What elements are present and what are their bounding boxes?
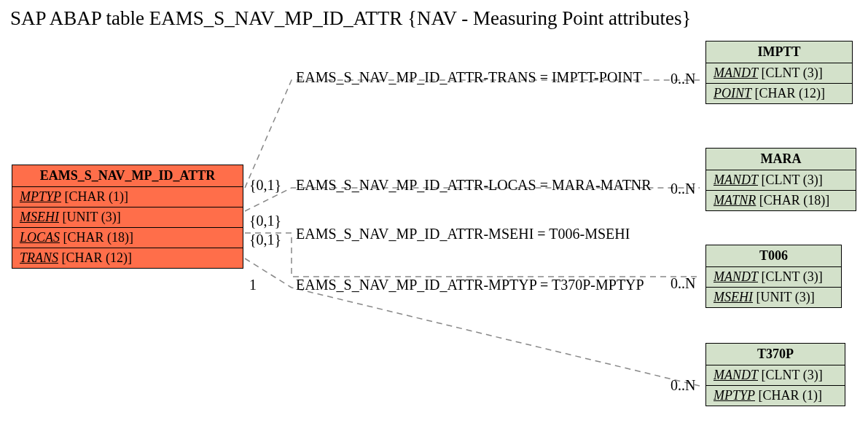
cardinality-left: 1 [249,277,257,293]
relation-label: EAMS_S_NAV_MP_ID_ATTR-MPTYP = T370P-MPTY… [296,277,644,293]
cardinality-right: 0..N [670,377,695,394]
field-type: [CHAR (18)] [759,193,830,207]
cardinality-left: {0,1} [249,213,281,229]
field-type: [CLNT (3)] [762,368,823,382]
relation-label: EAMS_S_NAV_MP_ID_ATTR-LOCAS = MARA-MATNR [296,177,652,194]
entity-main-field: MSEHI [UNIT (3)] [12,207,243,228]
entity-t370p-header: T370P [706,344,845,365]
entity-main-field: TRANS [CHAR (12)] [12,248,243,268]
field-name: MPTYP [20,189,61,204]
entity-t370p-field: MPTYP [CHAR (1)] [706,386,845,406]
entity-t006-field: MANDT [CLNT (3)] [706,267,841,288]
entity-main-field: MPTYP [CHAR (1)] [12,187,243,207]
page-title: SAP ABAP table EAMS_S_NAV_MP_ID_ATTR {NA… [10,7,692,30]
entity-main-header: EAMS_S_NAV_MP_ID_ATTR [12,165,243,187]
entity-t370p: T370P MANDT [CLNT (3)] MPTYP [CHAR (1)] [705,343,845,406]
entity-imptt-field: POINT [CHAR (12)] [706,84,852,103]
entity-mara: MARA MANDT [CLNT (3)] MATNR [CHAR (18)] [705,148,856,211]
relation-label: EAMS_S_NAV_MP_ID_ATTR-TRANS = IMPTT-POIN… [296,69,642,86]
cardinality-right: 0..N [670,275,695,292]
field-name: MANDT [713,173,758,187]
field-name: MANDT [713,269,758,284]
entity-mara-field: MANDT [CLNT (3)] [706,170,856,191]
field-name: MSEHI [20,210,59,224]
field-type: [UNIT (3)] [62,210,120,224]
relation-label: EAMS_S_NAV_MP_ID_ATTR-MSEHI = T006-MSEHI [296,226,630,242]
field-type: [UNIT (3)] [756,290,814,304]
field-type: [CHAR (12)] [755,86,826,100]
entity-t006-field: MSEHI [UNIT (3)] [706,288,841,307]
field-type: [CLNT (3)] [762,66,823,80]
entity-imptt: IMPTT MANDT [CLNT (3)] POINT [CHAR (12)] [705,41,853,104]
field-type: [CHAR (1)] [65,189,129,204]
cardinality-left: {0,1} [249,232,281,248]
field-type: [CHAR (18)] [63,230,134,245]
field-name: MANDT [713,66,758,80]
field-name: POINT [713,86,751,100]
cardinality-right: 0..N [670,181,695,197]
cardinality-left: {0,1} [249,177,281,194]
field-type: [CLNT (3)] [762,173,823,187]
entity-t006-header: T006 [706,245,841,267]
entity-mara-header: MARA [706,149,856,170]
entity-main: EAMS_S_NAV_MP_ID_ATTR MPTYP [CHAR (1)] M… [12,165,243,269]
entity-imptt-header: IMPTT [706,41,852,63]
field-type: [CHAR (1)] [759,388,823,403]
field-type: [CHAR (12)] [62,250,133,265]
entity-main-field: LOCAS [CHAR (18)] [12,228,243,248]
entity-t370p-field: MANDT [CLNT (3)] [706,365,845,386]
field-name: MSEHI [713,290,753,304]
field-type: [CLNT (3)] [762,269,823,284]
field-name: LOCAS [20,230,60,245]
field-name: MANDT [713,368,758,382]
cardinality-right: 0..N [670,71,695,87]
entity-imptt-field: MANDT [CLNT (3)] [706,63,852,84]
field-name: TRANS [20,250,58,265]
field-name: MATNR [713,193,756,207]
entity-mara-field: MATNR [CHAR (18)] [706,191,856,210]
entity-t006: T006 MANDT [CLNT (3)] MSEHI [UNIT (3)] [705,245,842,308]
field-name: MPTYP [713,388,755,403]
